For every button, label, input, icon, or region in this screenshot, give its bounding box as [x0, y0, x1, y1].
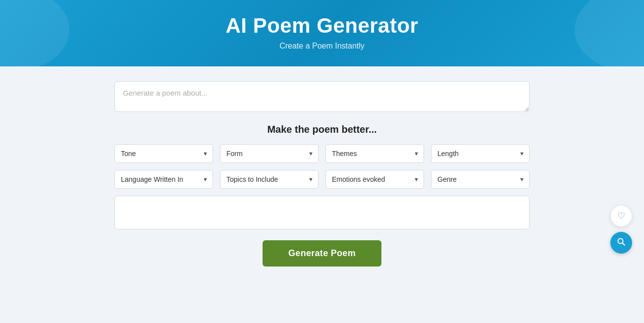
heart-button[interactable]: ♡	[610, 205, 632, 227]
page-header: AI Poem Generator Create a Poem Instantl…	[0, 0, 644, 66]
language-dropdown[interactable]: Language Written In English Spanish Fren…	[114, 170, 213, 189]
length-dropdown[interactable]: Length Short Medium Long	[431, 144, 530, 163]
page-subtitle: Create a Poem Instantly	[10, 42, 634, 51]
form-dropdown-wrapper: Form Sonnet Haiku Free Verse Limerick Od…	[220, 144, 319, 163]
topics-dropdown[interactable]: Topics to Include Family Nature Science …	[220, 170, 319, 189]
emotions-dropdown-wrapper: Emotions evoked Joy Sadness Nostalgia Ex…	[325, 170, 424, 189]
form-dropdown[interactable]: Form Sonnet Haiku Free Verse Limerick Od…	[220, 144, 319, 163]
language-dropdown-wrapper: Language Written In English Spanish Fren…	[114, 170, 213, 189]
main-content: Make the poem better... Tone Happy Sad R…	[0, 66, 644, 276]
themes-dropdown-wrapper: Themes Love Nature Loss Hope War ▼	[325, 144, 424, 163]
length-dropdown-wrapper: Length Short Medium Long ▼	[431, 144, 530, 163]
svg-line-1	[623, 243, 625, 245]
genre-dropdown-wrapper: Genre Lyric Narrative Epic Dramatic ▼	[431, 170, 530, 189]
tone-dropdown-wrapper: Tone Happy Sad Romantic Funny Serious ▼	[114, 144, 213, 163]
emotions-dropdown[interactable]: Emotions evoked Joy Sadness Nostalgia Ex…	[325, 170, 424, 189]
topics-dropdown-wrapper: Topics to Include Family Nature Science …	[220, 170, 319, 189]
tone-dropdown[interactable]: Tone Happy Sad Romantic Funny Serious	[114, 144, 213, 163]
dropdowns-row-1: Tone Happy Sad Romantic Funny Serious ▼ …	[114, 144, 530, 163]
section-heading: Make the poem better...	[267, 124, 376, 135]
genre-dropdown[interactable]: Genre Lyric Narrative Epic Dramatic	[431, 170, 530, 189]
search-button[interactable]	[610, 232, 632, 254]
generate-button[interactable]: Generate Poem	[263, 240, 381, 267]
heart-icon: ♡	[617, 211, 625, 221]
dropdowns-row-2: Language Written In English Spanish Fren…	[114, 170, 530, 189]
search-icon	[617, 237, 626, 249]
page-title: AI Poem Generator	[10, 14, 634, 38]
themes-dropdown[interactable]: Themes Love Nature Loss Hope War	[325, 144, 424, 163]
poem-output[interactable]	[114, 196, 530, 229]
floating-buttons: ♡	[610, 205, 632, 254]
poem-input[interactable]	[114, 81, 530, 112]
